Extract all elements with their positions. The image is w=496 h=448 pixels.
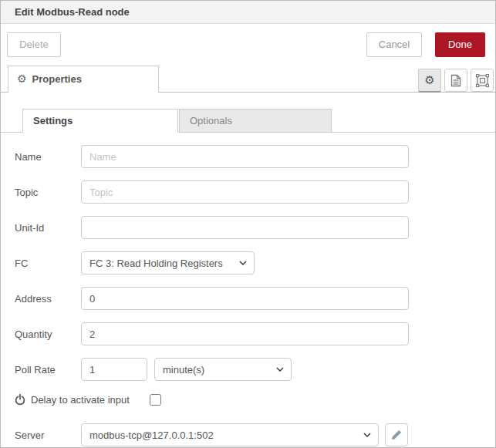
dialog-toolbar: Delete Cancel Done xyxy=(1,24,495,66)
address-label: Address xyxy=(1,293,81,305)
object-group-icon xyxy=(476,74,489,87)
unit-id-label: Unit-Id xyxy=(1,222,81,234)
properties-icon-button[interactable]: ⚙ xyxy=(418,69,441,93)
pencil-icon xyxy=(391,429,402,440)
server-selected-value: modbus-tcp@127.0.0.1:502 xyxy=(89,429,214,441)
editor-tab-bar: ⚙Properties ⚙ xyxy=(1,66,495,93)
tab-properties[interactable]: ⚙Properties xyxy=(8,66,159,93)
gear-icon: ⚙ xyxy=(17,72,27,85)
document-icon xyxy=(450,74,461,87)
delete-button[interactable]: Delete xyxy=(7,32,61,57)
edit-node-dialog: Edit Modbus-Read node Delete Cancel Done… xyxy=(0,0,496,448)
dialog-title: Edit Modbus-Read node xyxy=(1,1,495,24)
quantity-row: Quantity xyxy=(1,322,495,345)
settings-form: Name Topic Unit-Id FC FC 3: Read Holding… xyxy=(1,133,495,446)
address-row: Address xyxy=(1,287,495,310)
chevron-down-icon xyxy=(363,433,371,437)
power-icon xyxy=(15,394,25,406)
unit-id-input[interactable] xyxy=(81,216,409,239)
cancel-button[interactable]: Cancel xyxy=(366,32,422,57)
editor-tab-buttons: ⚙ xyxy=(418,69,494,93)
address-input[interactable] xyxy=(81,287,409,310)
name-label: Name xyxy=(1,151,81,163)
settings-tab-bar: Settings Optionals xyxy=(1,100,495,133)
chevron-down-icon xyxy=(239,261,247,265)
tab-settings[interactable]: Settings xyxy=(22,109,178,133)
quantity-input[interactable] xyxy=(81,322,409,345)
tab-properties-label: Properties xyxy=(32,73,82,85)
topic-input[interactable] xyxy=(81,180,409,204)
unit-id-row: Unit-Id xyxy=(1,216,495,239)
poll-rate-label: Poll Rate xyxy=(1,364,81,376)
topic-row: Topic xyxy=(1,180,495,204)
tab-optionals[interactable]: Optionals xyxy=(179,109,332,133)
fc-selected-value: FC 3: Read Holding Registers xyxy=(89,258,223,269)
fc-select[interactable]: FC 3: Read Holding Registers xyxy=(81,251,255,275)
description-icon-button[interactable] xyxy=(444,69,467,92)
poll-rate-row: Poll Rate minute(s) xyxy=(1,358,495,381)
server-select[interactable]: modbus-tcp@127.0.0.1:502 xyxy=(81,423,379,446)
delay-row: Delay to activate input xyxy=(1,393,495,406)
appearance-icon-button[interactable] xyxy=(471,69,494,92)
edit-server-button[interactable] xyxy=(385,423,408,446)
delay-checkbox[interactable] xyxy=(150,394,161,406)
done-button[interactable]: Done xyxy=(435,32,485,57)
fc-label: FC xyxy=(1,258,81,269)
chevron-down-icon xyxy=(276,367,284,372)
delay-label: Delay to activate input xyxy=(31,394,130,406)
fc-row: FC FC 3: Read Holding Registers xyxy=(1,251,495,275)
server-row: Server modbus-tcp@127.0.0.1:502 xyxy=(1,423,495,446)
name-row: Name xyxy=(1,145,495,168)
name-input[interactable] xyxy=(81,145,409,168)
poll-rate-unit-select[interactable]: minute(s) xyxy=(154,358,292,381)
poll-rate-unit-value: minute(s) xyxy=(163,364,204,376)
quantity-label: Quantity xyxy=(1,328,81,340)
poll-rate-input[interactable] xyxy=(81,358,147,381)
topic-label: Topic xyxy=(1,187,81,198)
gear-icon: ⚙ xyxy=(424,73,434,87)
server-label: Server xyxy=(1,429,81,441)
